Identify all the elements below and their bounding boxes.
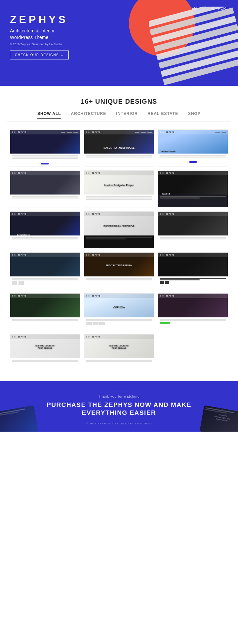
footer-cta-line2: EVERYTHING EASIER <box>82 409 156 416</box>
footer-copyright: © 2019 ZEPHYS. DESIGNED BY LA STUDIO <box>7 422 231 425</box>
card-17-image: ZEPHYS FIND THE HOUSE OFYOUR DREAMS <box>84 335 154 371</box>
design-card-15[interactable]: ZEPHYS FIND THE HOUSE OFYOUR DREAMS <box>158 293 228 330</box>
footer-cta-line1: PURCHASE THE ZEPHYS NOW AND MAKE <box>47 401 191 408</box>
design-card-4[interactable]: ZEPHYS Building CreativeCommunities <box>10 170 80 207</box>
card-16-image: ZEPHYS FIND THE HOUSE OFYOUR DREAMS <box>10 335 80 371</box>
design-card-10[interactable]: ZEPHYS Connecting to theOutside World <box>10 252 80 289</box>
design-card-13[interactable]: ZEPHYS LUXURY INTERIORDESIGN <box>10 293 80 330</box>
design-card-8[interactable]: ZEPHYS INSPIRED DESIGN FOR PEOPLE <box>84 211 154 248</box>
hero-section: DOCUMENT SUPPORT <box>0 0 238 86</box>
card-9-image: ZEPHYS Connecting to theOutside World <box>158 212 228 248</box>
building-graphic <box>149 7 238 86</box>
chevron-down-icon: ⌄ <box>60 53 64 57</box>
filter-tabs: SHOW ALL ARCHITECTURE INTERIOR REAL ESTA… <box>7 111 231 122</box>
card-12-image: ZEPHYS JOHANNA HAMMOND <box>158 253 228 289</box>
card-7-image: ZEPHYS Committed todelivering high quali… <box>10 212 80 248</box>
designs-section: 16+ UNIQUE DESIGNS SHOW ALL ARCHITECTURE… <box>0 86 238 378</box>
card-10-image: ZEPHYS Connecting to theOutside World <box>10 253 80 289</box>
card-5-image: ZEPHYS Inspired Design for People <box>84 171 154 207</box>
card-8-image: ZEPHYS INSPIRED DESIGN FOR PEOPLE <box>84 212 154 248</box>
cta-button[interactable]: CHECK OUR DESIGNS ⌄ <box>10 51 69 59</box>
design-card-3[interactable]: ZEPHYS Indiana Church <box>158 129 228 166</box>
design-card-14[interactable]: ZEPHYS OFF 25% <box>84 293 154 330</box>
cta-button-label: CHECK OUR DESIGNS <box>15 53 59 57</box>
footer-section: Thank you for watching PURCHASE THE ZEPH… <box>0 381 238 432</box>
footer-device-right: Committed todelivering high qualitydesig… <box>200 405 238 432</box>
card-6-image: ZEPHYS InspiredDesign forPeople <box>158 171 228 207</box>
design-card-12[interactable]: ZEPHYS JOHANNA HAMMOND <box>158 252 228 289</box>
design-card-6[interactable]: ZEPHYS InspiredDesign forPeople <box>158 170 228 207</box>
footer-divider <box>109 391 129 391</box>
subtitle-line1: Architecture & Interior <box>10 28 55 33</box>
footer-thank-you: Thank you for watching <box>7 395 231 398</box>
tab-interior[interactable]: INTERIOR <box>116 111 138 119</box>
tab-architecture[interactable]: ARCHITECTURE <box>71 111 106 119</box>
subtitle-line2: WordPress Theme <box>10 35 48 40</box>
card-3-image: ZEPHYS Indiana Church <box>158 130 228 166</box>
card-15-image: ZEPHYS FIND THE HOUSE OFYOUR DREAMS <box>158 294 228 330</box>
tab-show-all[interactable]: SHOW ALL <box>37 111 61 119</box>
section-title: 16+ UNIQUE DESIGNS <box>7 98 231 105</box>
card-14-image: ZEPHYS OFF 25% <box>84 294 154 330</box>
designs-grid: ZEPHYS Committed To TotalCustomer Satisf… <box>7 129 231 371</box>
hero-building-image <box>132 0 238 86</box>
card-2-image: ZEPHYS MASON REYNOLDS HOUSE <box>84 130 154 166</box>
design-card-11[interactable]: ZEPHYS ZEPHYS INTERIOR DESIGN <box>84 252 154 289</box>
card-4-image: ZEPHYS Building CreativeCommunities <box>10 171 80 207</box>
design-card-5[interactable]: ZEPHYS Inspired Design for People <box>84 170 154 207</box>
card-13-image: ZEPHYS LUXURY INTERIORDESIGN <box>10 294 80 330</box>
tab-real-estate[interactable]: REAL ESTATE <box>148 111 178 119</box>
design-card-7[interactable]: ZEPHYS Committed todelivering high quali… <box>10 211 80 248</box>
design-card-16[interactable]: ZEPHYS FIND THE HOUSE OFYOUR DREAMS <box>10 334 80 371</box>
footer-device-left <box>0 405 38 432</box>
design-card-1[interactable]: ZEPHYS Committed To TotalCustomer Satisf… <box>10 129 80 166</box>
design-card-2[interactable]: ZEPHYS MASON REYNOLDS HOUSE <box>84 129 154 166</box>
footer-cta-title: PURCHASE THE ZEPHYS NOW AND MAKE EVERYTH… <box>7 401 231 417</box>
tab-shop[interactable]: SHOP <box>188 111 201 119</box>
card-11-image: ZEPHYS ZEPHYS INTERIOR DESIGN <box>84 253 154 289</box>
design-card-9[interactable]: ZEPHYS Connecting to theOutside World <box>158 211 228 248</box>
card-1-image: ZEPHYS Committed To TotalCustomer Satisf… <box>10 130 80 166</box>
design-card-17[interactable]: ZEPHYS FIND THE HOUSE OFYOUR DREAMS <box>84 334 154 371</box>
